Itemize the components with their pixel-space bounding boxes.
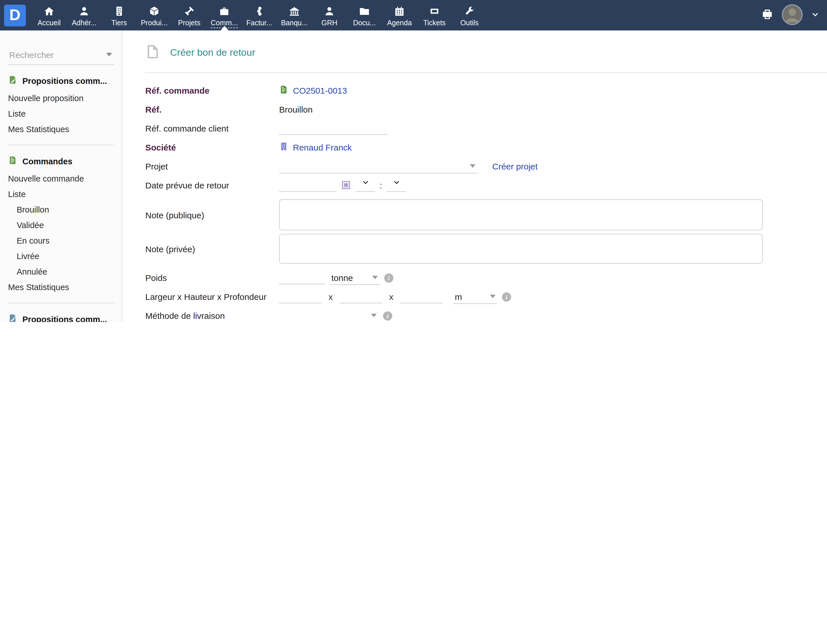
sidebar-divider <box>8 145 114 145</box>
note-publique-textarea[interactable] <box>279 199 763 230</box>
topbar-right <box>761 0 827 30</box>
home-icon <box>44 5 55 17</box>
nav-item-banqu[interactable]: Banqu... <box>277 0 312 30</box>
avatar[interactable] <box>782 4 803 27</box>
societe-label: Société <box>145 142 279 152</box>
sidebar-item-mes-statistiques[interactable]: Mes Statistiques <box>8 121 114 137</box>
nav-item-factur[interactable]: Factur... <box>242 0 277 30</box>
calendar-picker-icon[interactable] <box>341 180 351 191</box>
bank-icon <box>289 5 300 17</box>
poids-unit-select[interactable]: tonne <box>330 270 380 285</box>
largeur-input[interactable] <box>279 290 321 303</box>
note-privee-textarea[interactable] <box>279 234 763 264</box>
search-input[interactable]: Rechercher <box>8 42 114 65</box>
dim-separator: x <box>389 292 393 302</box>
date-label: Date prévue de retour <box>145 180 279 190</box>
methode-select[interactable] <box>279 308 378 322</box>
date-input[interactable] <box>279 179 337 192</box>
form-row-note-privee: Note (privée) <box>145 234 813 264</box>
nav-item-comm[interactable]: Comm... <box>207 0 242 30</box>
nav-item-label: GRH <box>321 19 337 27</box>
nav-item-grh[interactable]: GRH <box>312 0 347 30</box>
building-icon <box>114 5 125 17</box>
sidebar-section-title: Propositions comm... <box>8 75 114 86</box>
nav-item-tickets[interactable]: Tickets <box>417 0 452 30</box>
nav-item-projets[interactable]: Projets <box>172 0 207 30</box>
sidebar-section-label: Commandes <box>22 156 72 166</box>
coins-icon <box>254 5 265 17</box>
dolibarr-logo[interactable]: D <box>4 4 26 26</box>
nav-item-label: Accueil <box>37 19 61 27</box>
profondeur-input[interactable] <box>400 290 443 303</box>
info-icon: i <box>502 292 511 301</box>
product-icon <box>149 5 160 17</box>
tools-icon <box>184 5 195 17</box>
caret-down-icon <box>371 314 377 317</box>
nav-item-label: Tickets <box>423 19 446 27</box>
info-icon: i <box>383 311 392 320</box>
nav-item-docu[interactable]: Docu... <box>347 0 382 30</box>
sidebar-item-mes-statistiques[interactable]: Mes Statistiques <box>8 279 114 295</box>
sidebar-item-liste[interactable]: Liste <box>8 106 114 121</box>
ref-commande-label: Réf. commande <box>145 86 279 95</box>
nav-item-label: Banqu... <box>281 19 307 27</box>
sidebar-item-en-cours[interactable]: En cours <box>8 233 114 248</box>
sidebar-item-livr-e[interactable]: Livrée <box>8 248 114 264</box>
suitcase-icon <box>219 5 230 17</box>
ref-label: Réf. <box>145 105 279 114</box>
poids-input[interactable] <box>279 271 325 284</box>
sidebar-item-valid-e[interactable]: Validée <box>8 217 114 233</box>
sidebar-item-brouillon[interactable]: Brouillon <box>8 202 114 217</box>
nav-item-tiers[interactable]: Tiers <box>101 0 137 30</box>
hour-select[interactable] <box>356 179 375 192</box>
nav-item-label: Produi... <box>141 19 167 27</box>
nav-item-outils[interactable]: Outils <box>452 0 487 30</box>
sidebar-item-liste[interactable]: Liste <box>8 186 114 202</box>
sidebar-item-nouvelle-commande[interactable]: Nouvelle commande <box>8 170 114 186</box>
ref-value: Brouillon <box>279 105 313 114</box>
sidebar-section-2: Propositions comm... Nouvelle demande de… <box>8 314 114 322</box>
user-icon <box>79 5 90 17</box>
order-doc-icon <box>279 85 288 96</box>
dimensions-unit-select[interactable]: m <box>453 289 497 304</box>
nav-item-label: Factur... <box>247 19 272 27</box>
ref-commande-link[interactable]: CO2501-0013 <box>293 86 347 95</box>
creer-projet-link[interactable]: Créer projet <box>492 161 538 171</box>
nav-item-label: Agenda <box>387 19 412 27</box>
nav-item-label: Outils <box>460 19 479 27</box>
sidebar-item-nouvelle-proposition[interactable]: Nouvelle proposition <box>8 90 114 106</box>
projet-select[interactable] <box>279 159 477 174</box>
sidebar-section-title: Propositions comm... <box>8 314 114 322</box>
form-row-note-publique: Note (publique) <box>145 199 813 230</box>
nav-item-accueil[interactable]: Accueil <box>31 0 67 30</box>
dim-separator: x <box>329 292 333 302</box>
nav-item-agenda[interactable]: Agenda <box>382 0 417 30</box>
top-nav: Accueil Adhér... Tiers Produi... Projets… <box>31 0 487 30</box>
sidebar-item-annul-e[interactable]: Annulée <box>8 264 114 279</box>
nav-item-produi[interactable]: Produi... <box>137 0 172 30</box>
poids-label: Poids <box>145 273 279 283</box>
hauteur-input[interactable] <box>340 290 382 303</box>
ref-client-input[interactable] <box>279 122 388 135</box>
poids-unit-value: tonne <box>331 273 353 282</box>
form-row-ref-commande: Réf. commande CO2501-0013 <box>145 81 813 100</box>
nav-item-adh-r[interactable]: Adhér... <box>67 0 101 30</box>
sidebar-section-0: Propositions comm... Nouvelle propositio… <box>8 75 114 137</box>
ticket-icon <box>429 5 440 17</box>
user-icon <box>324 5 335 17</box>
doc-edit-green-icon <box>8 75 17 86</box>
minute-select[interactable] <box>387 179 406 192</box>
print-icon[interactable] <box>761 8 774 22</box>
form-row-ref-client: Réf. commande client <box>145 119 813 138</box>
page-header: Créer bon de retour <box>145 44 813 61</box>
divider <box>145 72 827 73</box>
form-row-date: Date prévue de retour : <box>145 176 813 195</box>
main-panel: Créer bon de retour Réf. commande CO2501… <box>122 30 827 322</box>
form-row-societe: Société Renaud Franck <box>145 138 813 157</box>
info-icon: i <box>384 273 393 282</box>
nav-item-label: Docu... <box>353 19 376 27</box>
ref-client-label: Réf. commande client <box>145 123 279 133</box>
nav-item-label: Adhér... <box>72 19 97 27</box>
chevron-down-icon[interactable] <box>811 10 819 20</box>
societe-link[interactable]: Renaud Franck <box>293 142 352 152</box>
